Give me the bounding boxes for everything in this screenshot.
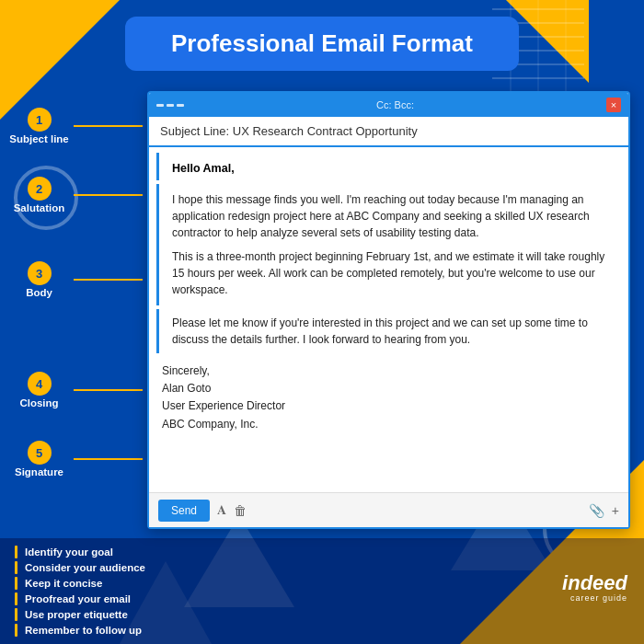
email-closing: Please let me know if you're interested … bbox=[156, 309, 621, 353]
email-footer: Send 𝐀 🗑 📎 + bbox=[149, 492, 628, 527]
tip-4-text: Proofread your email bbox=[25, 593, 131, 604]
tip-bar-4 bbox=[15, 592, 17, 605]
trash-icon[interactable]: 🗑 bbox=[234, 503, 247, 518]
indeed-subtitle: career guide bbox=[562, 593, 627, 603]
label-1-text: Subject line bbox=[9, 133, 69, 144]
body-paragraph-1: I hope this message finds you well. I'm … bbox=[172, 191, 608, 241]
add-icon[interactable]: + bbox=[612, 503, 619, 518]
label-5-text: Signature bbox=[15, 466, 63, 477]
label-signature: 5 Signature bbox=[5, 441, 143, 477]
label-3-text: Body bbox=[26, 287, 52, 298]
arrow-3 bbox=[74, 279, 143, 281]
arrow-5 bbox=[74, 458, 143, 460]
badge-5: 5 bbox=[28, 441, 52, 465]
send-button[interactable]: Send bbox=[158, 500, 210, 522]
salutation-text: Hello Amal, bbox=[172, 162, 235, 175]
email-close-button[interactable]: × bbox=[606, 98, 621, 112]
tip-3: Keep it concise bbox=[15, 577, 629, 590]
email-window: Cc: Bcc: × Subject Line: UX Research Con… bbox=[147, 91, 630, 529]
tip-bar-6 bbox=[15, 624, 17, 637]
indeed-logo-text: indeed bbox=[562, 573, 627, 593]
label-2-text: Salutation bbox=[14, 202, 65, 213]
titlebar-dots bbox=[156, 104, 184, 107]
page-title: Professional Email Format bbox=[171, 29, 473, 57]
email-body-area: Hello Amal, I hope this message finds yo… bbox=[149, 147, 628, 492]
sig-line2: Alan Goto bbox=[162, 380, 615, 397]
titlebar-dot-3 bbox=[177, 104, 184, 107]
attachment-icon[interactable]: 📎 bbox=[589, 503, 604, 518]
title-box: Professional Email Format bbox=[125, 17, 519, 71]
email-signature: Sincerely, Alan Goto User Experience Dir… bbox=[149, 357, 628, 441]
tip-bar-5 bbox=[15, 608, 17, 621]
tip-6: Remember to follow up bbox=[15, 624, 629, 637]
page: Professional Email Format 1 Subject line… bbox=[0, 0, 644, 644]
sig-line4: ABC Company, Inc. bbox=[162, 416, 615, 433]
email-titlebar: Cc: Bcc: × bbox=[149, 93, 628, 117]
label-body: 3 Body bbox=[5, 261, 143, 298]
tip-5-text: Use proper etiquette bbox=[25, 609, 128, 620]
titlebar-dot-1 bbox=[156, 104, 164, 107]
label-salutation: 2 Salutation bbox=[5, 177, 143, 213]
tip-6-text: Remember to follow up bbox=[25, 625, 142, 636]
badge-1: 1 bbox=[28, 108, 52, 132]
tip-5: Use proper etiquette bbox=[15, 608, 629, 621]
sig-line1: Sincerely, bbox=[162, 362, 615, 380]
badge-4: 4 bbox=[28, 372, 52, 396]
titlebar-dot-2 bbox=[167, 104, 174, 107]
format-icon[interactable]: 𝐀 bbox=[217, 502, 226, 518]
tips-section: Identify your goal Consider your audienc… bbox=[0, 538, 644, 644]
email-salutation: Hello Amal, bbox=[156, 153, 621, 180]
subject-line-text: Subject Line: UX Research Contract Oppor… bbox=[160, 124, 418, 138]
tip-bar-3 bbox=[15, 577, 17, 590]
cc-bcc-label: Cc: Bcc: bbox=[376, 99, 414, 110]
tip-1: Identify your goal bbox=[15, 546, 629, 558]
labels-panel: 1 Subject line 2 Salutation 3 Body bbox=[5, 82, 147, 538]
arrow-4 bbox=[74, 389, 143, 391]
email-body-paragraphs: I hope this message finds you well. I'm … bbox=[156, 184, 621, 305]
tip-bar-1 bbox=[15, 546, 17, 558]
arrow-2 bbox=[74, 194, 143, 196]
label-subject-line: 1 Subject line bbox=[5, 108, 143, 144]
email-subject-row: Subject Line: UX Research Contract Oppor… bbox=[149, 117, 628, 147]
tip-1-text: Identify your goal bbox=[25, 546, 113, 558]
body-paragraph-2: This is a three-month project beginning … bbox=[172, 248, 608, 298]
indeed-logo: indeed career guide bbox=[562, 573, 627, 603]
arrow-1 bbox=[74, 125, 143, 127]
tip-3-text: Keep it concise bbox=[25, 578, 102, 589]
closing-text: Please let me know if you're interested … bbox=[172, 316, 588, 346]
label-closing: 4 Closing bbox=[5, 372, 143, 408]
tip-2: Consider your audience bbox=[15, 561, 629, 574]
badge-2: 2 bbox=[28, 177, 52, 201]
label-4-text: Closing bbox=[19, 397, 58, 408]
sig-line3: User Experience Director bbox=[162, 397, 615, 415]
badge-3: 3 bbox=[28, 261, 52, 285]
tip-4: Proofread your email bbox=[15, 592, 629, 605]
tip-bar-2 bbox=[15, 561, 17, 574]
tip-2-text: Consider your audience bbox=[25, 562, 145, 573]
